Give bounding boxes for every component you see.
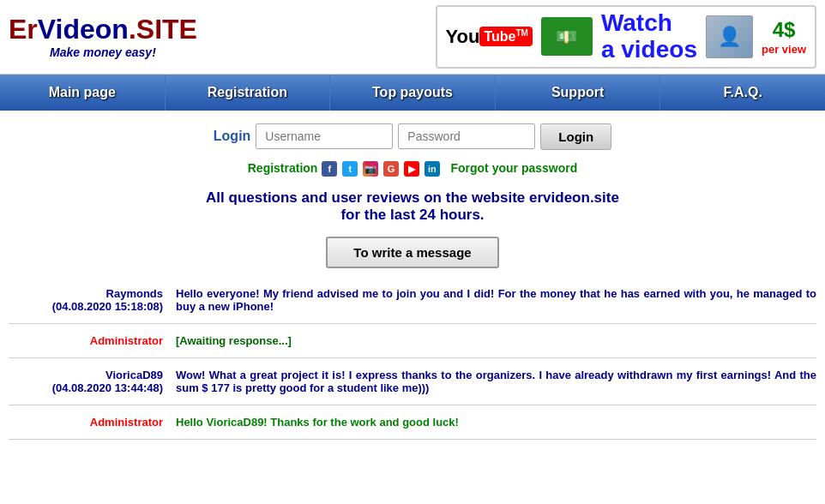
logo-videon: Videon — [38, 14, 129, 45]
yt-tube: TubeTM — [479, 27, 532, 46]
write-message-area: To write a message — [0, 228, 825, 277]
message-block: VioricaD89(04.08.2020 13:44:48)Wow! What… — [9, 358, 816, 405]
message-row: AdministratorHello VioricaD89! Thanks fo… — [9, 416, 816, 429]
message-block: AdministratorHello VioricaD89! Thanks fo… — [9, 405, 816, 440]
author-datetime: (04.08.2020 15:18:08) — [9, 300, 163, 313]
logo-dot: . — [129, 14, 136, 45]
login-button[interactable]: Login — [540, 123, 611, 150]
message-author: VioricaD89(04.08.2020 13:44:48) — [9, 369, 163, 394]
youtube-logo: YouTubeTM — [446, 26, 533, 48]
forgot-password-link[interactable]: Forgot your password — [450, 161, 577, 175]
nav-main-page[interactable]: Main page — [0, 75, 166, 111]
nav-support[interactable]: Support — [496, 75, 661, 111]
ad-person-image: 👤 — [706, 15, 753, 58]
price-area: 4$ per view — [762, 18, 806, 56]
headline-line2: for the last 24 hours. — [17, 207, 808, 224]
logo-title: ErVideon.SITE — [9, 14, 197, 45]
nav-registration[interactable]: Registration — [166, 75, 331, 111]
login-form: Login Login — [214, 123, 611, 150]
watch-text: Watch a videos — [601, 10, 697, 63]
nav-top-payouts[interactable]: Top payouts — [330, 75, 496, 111]
nav-bar: Main page Registration Top payouts Suppo… — [0, 75, 825, 111]
logo-subtitle: Make money easy! — [9, 45, 197, 59]
login-area: Login Login — [0, 111, 825, 154]
write-message-button[interactable]: To write a message — [326, 237, 498, 268]
instagram-icon[interactable]: 📷 — [363, 161, 378, 177]
reg-row: Registration f t 📷 G ▶ in Forgot your pa… — [0, 154, 825, 181]
headline: All questions and user reviews on the we… — [0, 181, 825, 228]
money-image: 💵 — [541, 17, 593, 56]
twitter-icon[interactable]: t — [342, 161, 358, 177]
author-username: Raymonds — [9, 287, 163, 300]
google-icon[interactable]: G — [383, 161, 399, 177]
per-view: per view — [762, 43, 806, 56]
message-block: Administrator[Awaiting response...] — [9, 324, 816, 358]
nav-faq[interactable]: F.A.Q. — [660, 75, 825, 111]
message-content: [Awaiting response...] — [176, 334, 816, 347]
ad-banner[interactable]: YouTubeTM 💵 Watch a videos 👤 4$ per view — [436, 5, 817, 69]
message-content: Hello everyone! My friend advised me to … — [176, 287, 816, 313]
logo-er: Er — [9, 14, 38, 45]
password-input[interactable] — [398, 123, 535, 149]
registration-link[interactable]: Registration — [248, 161, 318, 175]
message-content: Hello VioricaD89! Thanks for the work an… — [176, 416, 816, 429]
message-author: Administrator — [9, 334, 163, 347]
youtube-icon[interactable]: ▶ — [404, 161, 419, 177]
headline-line1: All questions and user reviews on the we… — [17, 189, 808, 207]
author-username: VioricaD89 — [9, 369, 163, 381]
message-author: Raymonds(04.08.2020 15:18:08) — [9, 287, 163, 313]
message-author: Administrator — [9, 416, 163, 429]
facebook-icon[interactable]: f — [322, 161, 337, 177]
login-label: Login — [214, 129, 251, 144]
author-datetime: (04.08.2020 13:44:48) — [9, 381, 163, 394]
author-username: Administrator — [9, 416, 163, 429]
messages-list: Raymonds(04.08.2020 15:18:08)Hello every… — [0, 277, 825, 440]
message-row: Raymonds(04.08.2020 15:18:08)Hello every… — [9, 287, 816, 313]
price-value: 4$ — [762, 18, 806, 43]
username-input[interactable] — [256, 123, 393, 149]
message-content: Wow! What a great project it is! I expre… — [176, 369, 816, 394]
linkedin-icon[interactable]: in — [425, 161, 440, 177]
message-row: Administrator[Awaiting response...] — [9, 334, 816, 347]
message-block: Raymonds(04.08.2020 15:18:08)Hello every… — [9, 277, 816, 324]
logo-site: SITE — [136, 14, 197, 45]
yt-you: You — [446, 26, 480, 48]
author-username: Administrator — [9, 334, 163, 347]
header: ErVideon.SITE Make money easy! YouTubeTM… — [0, 0, 825, 75]
logo-area: ErVideon.SITE Make money easy! — [9, 14, 197, 59]
message-row: VioricaD89(04.08.2020 13:44:48)Wow! What… — [9, 369, 816, 394]
